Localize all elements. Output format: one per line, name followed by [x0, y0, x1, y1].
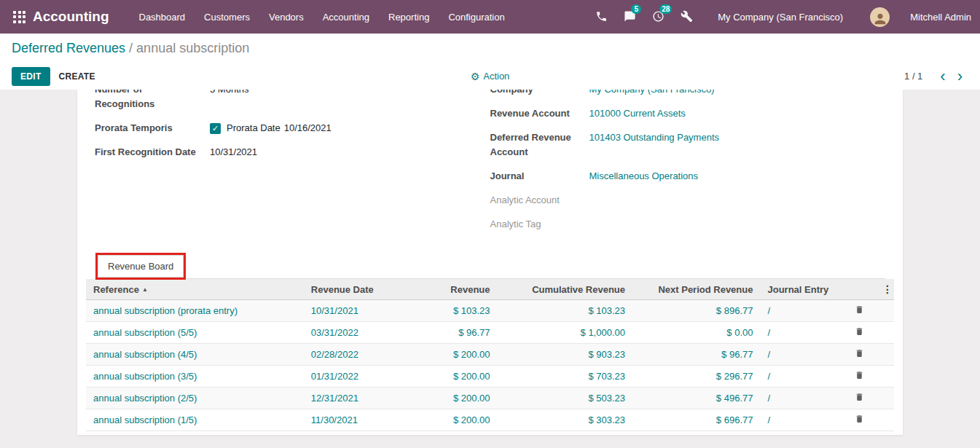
messages-badge: 5 [631, 4, 641, 14]
cell-revenue-date: 12/31/2021 [304, 388, 406, 409]
cell-next-period: $ 0.00 [632, 322, 760, 344]
delete-row-icon[interactable] [855, 304, 864, 315]
menu-reporting[interactable]: Reporting [379, 7, 439, 27]
field-label-prorata-date: Prorata Date [227, 122, 281, 133]
gear-icon: ⚙ [471, 71, 480, 82]
cell-reference[interactable]: annual subscription (5/5) [86, 322, 304, 344]
field-label-number-of-recognitions: Number of Recognitions [95, 90, 210, 111]
top-navbar: Accounting Dashboard Customers Vendors A… [0, 0, 980, 34]
tools-icon[interactable] [681, 10, 694, 23]
form-left-column: Number of Recognitions 5 Months Prorata … [95, 90, 490, 241]
header-revenue[interactable]: Revenue [406, 279, 497, 300]
avatar[interactable] [870, 7, 890, 27]
pager-next-icon[interactable]: › [952, 68, 968, 85]
cell-revenue-date: 11/30/2021 [304, 409, 406, 431]
field-value-revenue-account[interactable]: 101000 Current Assets [589, 106, 686, 121]
cell-revenue: $ 200.00 [406, 344, 497, 366]
field-value-first-recognition-date: 10/31/2021 [210, 145, 257, 160]
field-label-first-recognition-date: First Recognition Date [95, 145, 210, 160]
column-options-icon[interactable]: ⋮ [875, 279, 894, 300]
form-fields: Number of Recognitions 5 Months Prorata … [95, 90, 885, 241]
pager: 1 / 1 ‹ › [904, 68, 968, 85]
breadcrumb-parent[interactable]: Deferred Revenues [12, 41, 125, 56]
cell-journal-entry[interactable]: / [760, 344, 844, 366]
field-value-company[interactable]: My Company (San Francisco) [589, 90, 715, 97]
menu-customers[interactable]: Customers [195, 7, 259, 27]
cell-cumulative: $ 103.23 [498, 300, 633, 322]
cell-next-period: $ 296.77 [632, 366, 760, 388]
tab-revenue-board[interactable]: Revenue Board [98, 255, 184, 278]
cell-reference[interactable]: annual subscription (3/5) [86, 366, 304, 388]
cell-cumulative: $ 703.23 [498, 366, 633, 388]
user-menu[interactable]: Mitchell Admin [910, 12, 971, 23]
field-label-deferred-revenue-account: Deferred Revenue Account [490, 130, 589, 160]
cell-reference[interactable]: annual subscription (1/5) [86, 409, 304, 431]
delete-row-icon[interactable] [855, 348, 864, 358]
apps-menu-icon[interactable] [13, 11, 26, 23]
table-row[interactable]: annual subscription (4/5) 02/28/2022 $ 2… [86, 344, 894, 366]
cell-revenue: $ 103.23 [406, 300, 497, 322]
header-reference[interactable]: Reference▲ [86, 279, 304, 300]
annotation-highlight: Revenue Board [95, 253, 186, 280]
cell-revenue-date: 01/31/2022 [304, 366, 406, 388]
table-row[interactable]: annual subscription (2/5) 12/31/2021 $ 2… [86, 388, 894, 409]
cell-reference[interactable]: annual subscription (prorata entry) [86, 300, 304, 322]
notebook-tabs: Revenue Board [95, 253, 885, 279]
pager-counter: 1 / 1 [904, 71, 922, 82]
cell-next-period: $ 496.77 [632, 388, 760, 409]
create-button[interactable]: CREATE [50, 67, 104, 86]
company-selector[interactable]: My Company (San Francisco) [718, 12, 843, 23]
breadcrumb-separator: / [125, 41, 136, 56]
phone-icon[interactable] [595, 10, 608, 23]
messages-icon[interactable]: 5 [624, 10, 637, 23]
prorata-checkbox[interactable]: ✓ [210, 123, 221, 134]
cell-revenue: $ 96.77 [406, 322, 497, 344]
field-value-journal[interactable]: Miscellaneous Operations [589, 169, 699, 184]
delete-row-icon[interactable] [855, 414, 864, 424]
header-journal-entry[interactable]: Journal Entry [760, 279, 844, 300]
menu-dashboard[interactable]: Dashboard [130, 7, 195, 27]
navbar-systray: 5 28 My Company (San Francisco) Mitchell… [595, 7, 971, 27]
table-row[interactable]: annual subscription (1/5) 11/30/2021 $ 2… [86, 409, 894, 431]
menu-accounting[interactable]: Accounting [313, 7, 379, 27]
field-value-deferred-revenue-account[interactable]: 101403 Outstanding Payments [589, 130, 720, 160]
table-header-row: Reference▲ Revenue Date Revenue Cumulati… [86, 279, 894, 300]
revenue-board-table: Reference▲ Revenue Date Revenue Cumulati… [86, 279, 894, 431]
cell-journal-entry[interactable]: / [760, 366, 844, 388]
table-row[interactable]: annual subscription (5/5) 03/31/2022 $ 9… [86, 322, 894, 344]
table-row[interactable]: annual subscription (prorata entry) 10/3… [86, 300, 894, 322]
activities-icon[interactable]: 28 [652, 10, 665, 23]
cell-cumulative: $ 503.23 [498, 388, 633, 409]
form-right-column: Company My Company (San Francisco) Reven… [490, 90, 886, 241]
cell-journal-entry[interactable]: / [760, 322, 844, 344]
action-label: Action [483, 71, 509, 82]
cell-cumulative: $ 903.23 [498, 344, 633, 366]
cell-journal-entry[interactable]: / [760, 409, 844, 431]
cell-reference[interactable]: annual subscription (2/5) [86, 388, 304, 409]
cell-journal-entry[interactable]: / [760, 300, 844, 322]
delete-row-icon[interactable] [855, 392, 864, 402]
edit-button[interactable]: EDIT [12, 67, 50, 86]
activities-badge: 28 [659, 4, 672, 14]
header-cumulative-revenue[interactable]: Cumulative Revenue [498, 279, 633, 300]
header-next-period-revenue[interactable]: Next Period Revenue [632, 279, 760, 300]
table-row[interactable]: annual subscription (3/5) 01/31/2022 $ 2… [86, 366, 894, 388]
field-label-analytic-tag: Analytic Tag [490, 217, 589, 232]
menu-vendors[interactable]: Vendors [259, 7, 313, 27]
pager-previous-icon[interactable]: ‹ [934, 68, 951, 85]
control-panel: EDIT CREATE ⚙ Action 1 / 1 ‹ › [0, 63, 980, 90]
header-revenue-date[interactable]: Revenue Date [304, 279, 406, 300]
menu-configuration[interactable]: Configuration [439, 7, 514, 27]
cell-journal-entry[interactable]: / [760, 388, 844, 409]
delete-row-icon[interactable] [855, 326, 864, 337]
field-label-company: Company [490, 90, 589, 97]
cell-revenue-date: 10/31/2021 [304, 300, 406, 322]
content-area: Number of Recognitions 5 Months Prorata … [0, 90, 980, 448]
delete-row-icon[interactable] [855, 370, 864, 380]
cell-reference[interactable]: annual subscription (4/5) [86, 344, 304, 366]
cell-revenue: $ 200.00 [406, 409, 497, 431]
action-menu-button[interactable]: ⚙ Action [471, 71, 510, 82]
cell-next-period: $ 696.77 [632, 409, 760, 431]
cell-cumulative: $ 1,000.00 [498, 322, 633, 344]
cell-cumulative: $ 303.23 [498, 409, 633, 431]
